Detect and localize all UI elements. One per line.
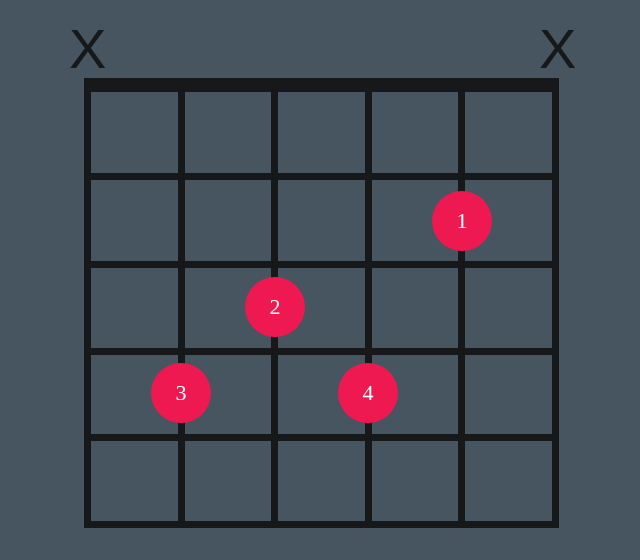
string-4: [365, 78, 372, 528]
fret-1: [84, 173, 559, 180]
mute-marker-string-1: X: [69, 16, 104, 81]
string-6: [552, 78, 559, 528]
finger-label-4: 4: [363, 380, 374, 406]
nut: [84, 78, 559, 92]
finger-dot-1: 1: [432, 191, 492, 251]
finger-label-2: 2: [270, 294, 281, 320]
finger-dot-4: 4: [338, 363, 398, 423]
fret-2: [84, 261, 559, 268]
fret-5: [84, 521, 559, 528]
string-5: [458, 78, 465, 528]
fret-3: [84, 348, 559, 355]
finger-dot-3: 3: [151, 363, 211, 423]
finger-label-3: 3: [176, 380, 187, 406]
fret-4: [84, 434, 559, 441]
string-2: [178, 78, 185, 528]
string-1: [84, 78, 91, 528]
finger-dot-2: 2: [245, 277, 305, 337]
mute-marker-string-6: X: [539, 16, 574, 81]
chord-fretboard: 1 2 3 4: [84, 78, 559, 528]
finger-label-1: 1: [457, 208, 468, 234]
